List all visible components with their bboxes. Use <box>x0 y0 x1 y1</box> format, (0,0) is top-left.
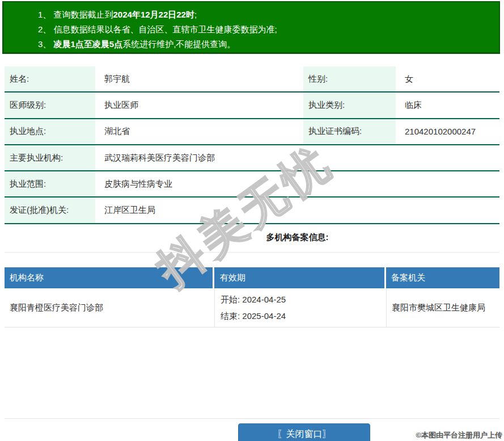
name-label: 姓名: <box>5 66 95 91</box>
section-divider <box>5 252 499 253</box>
query-result-page: 1、 查询数据截止到2024年12月22日22时; 2、 信息数据结果以各省、自… <box>0 0 504 441</box>
org-table-header-row: 机构名称 有效期 备案机关 <box>5 267 499 288</box>
valid-period-cell: 开始: 2024-04-25 结束: 2025-04-24 <box>214 288 384 327</box>
table-row: 医师级别: 执业医师 执业类别: 临床 <box>5 93 499 119</box>
notice-line-3: 3、 凌晨1点至凌晨5点系统进行维护,不能提供查询。 <box>38 37 493 52</box>
notice-bold-text: 凌晨1点至凌晨5点 <box>54 39 123 49</box>
footer-divider <box>5 418 499 419</box>
close-window-button[interactable]: 〖关闭窗口〗 <box>238 423 370 441</box>
notice-text: 3、 <box>38 39 54 49</box>
multi-org-record-title: 多机构备案信息: <box>95 232 499 243</box>
certificate-number-value: 210420102000247 <box>396 119 499 144</box>
doctor-level-value: 执业医师 <box>95 93 303 117</box>
upload-credit-note: ©本图由平台注册用户上传 <box>416 430 502 440</box>
notice-bold-text: 2024年12月22日22时 <box>113 10 194 19</box>
table-row: 襄阳青橙医疗美容门诊部 开始: 2024-04-25 结束: 2025-04-2… <box>5 288 499 327</box>
issuing-authority-value: 江岸区卫生局 <box>95 198 499 222</box>
practice-scope-value: 皮肤病与性病专业 <box>95 171 499 196</box>
practice-category-label: 执业类别: <box>303 93 396 117</box>
practice-category-value: 临床 <box>396 93 499 117</box>
name-value: 郭宇航 <box>95 66 303 91</box>
issuing-authority-label: 发证(批准)机关: <box>5 198 95 222</box>
notice-line-1: 1、 查询数据截止到2024年12月22日22时; <box>38 7 493 22</box>
org-name-cell: 襄阳青橙医疗美容门诊部 <box>5 288 213 327</box>
notice-text: 系统进行维护,不能提供查询。 <box>122 39 235 49</box>
notice-text: 2、 信息数据结果以各省、自治区、直辖市卫生健康委数据为准; <box>38 24 277 34</box>
table-row: 执业范围: 皮肤病与性病专业 <box>5 171 499 198</box>
notice-line-2: 2、 信息数据结果以各省、自治区、直辖市卫生健康委数据为准; <box>38 22 493 37</box>
org-record-table: 机构名称 有效期 备案机关 襄阳青橙医疗美容门诊部 开始: 2024-04-25… <box>5 267 499 327</box>
notice-text: ; <box>194 10 197 19</box>
valid-start-date: 开始: 2024-04-25 <box>221 291 384 308</box>
gender-value: 女 <box>396 66 499 91</box>
main-institution-value: 武汉瑞莉科美医疗美容门诊部 <box>95 145 499 170</box>
practitioner-info-table: 姓名: 郭宇航 性别: 女 医师级别: 执业医师 执业类别: 临床 执业地点: … <box>5 66 499 224</box>
table-row: 姓名: 郭宇航 性别: 女 <box>5 66 499 93</box>
notice-text: 1、 查询数据截止到 <box>38 10 113 19</box>
certificate-number-label: 执业证书编码: <box>303 119 396 144</box>
table-row: 发证(批准)机关: 江岸区卫生局 <box>5 198 499 224</box>
table-row: 主要执业机构: 武汉瑞莉科美医疗美容门诊部 <box>5 145 499 171</box>
table-row: 执业地点: 湖北省 执业证书编码: 210420102000247 <box>5 119 499 145</box>
doctor-level-label: 医师级别: <box>5 93 95 117</box>
practice-location-value: 湖北省 <box>95 119 303 144</box>
practice-scope-label: 执业范围: <box>5 171 95 196</box>
org-name-header: 机构名称 <box>5 267 213 288</box>
gender-label: 性别: <box>303 66 396 91</box>
notice-panel: 1、 查询数据截止到2024年12月22日22时; 2、 信息数据结果以各省、自… <box>2 1 500 54</box>
practice-location-label: 执业地点: <box>5 119 95 144</box>
record-authority-header: 备案机关 <box>386 267 499 288</box>
valid-end-date: 结束: 2025-04-24 <box>221 308 384 324</box>
main-institution-label: 主要执业机构: <box>5 145 95 170</box>
record-authority-cell: 襄阳市樊城区卫生健康局 <box>386 288 499 327</box>
valid-period-header: 有效期 <box>214 267 384 288</box>
